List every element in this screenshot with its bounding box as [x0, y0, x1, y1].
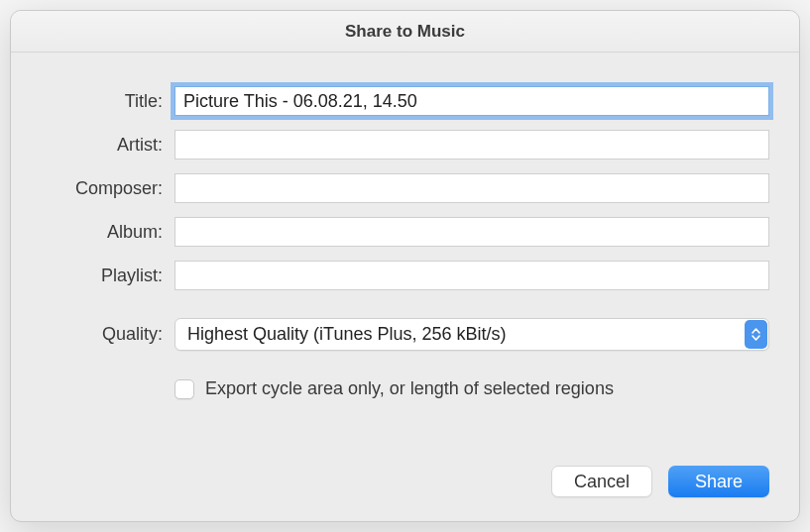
- cancel-button[interactable]: Cancel: [551, 466, 652, 497]
- composer-input[interactable]: [174, 173, 769, 203]
- artist-input[interactable]: [174, 130, 769, 160]
- quality-select[interactable]: Highest Quality (iTunes Plus, 256 kBit/s…: [174, 318, 769, 351]
- row-album: Album:: [41, 217, 769, 247]
- playlist-label: Playlist:: [41, 266, 174, 286]
- composer-label: Composer:: [41, 178, 174, 199]
- title-input[interactable]: [174, 86, 769, 116]
- album-label: Album:: [41, 222, 174, 243]
- export-cycle-label: Export cycle area only, or length of sel…: [205, 378, 614, 399]
- titlebar: Share to Music: [11, 11, 799, 53]
- title-label: Title:: [41, 91, 174, 112]
- quality-label: Quality:: [41, 324, 174, 345]
- row-title: Title:: [41, 86, 769, 116]
- quality-select-wrapper: Highest Quality (iTunes Plus, 256 kBit/s…: [174, 318, 769, 351]
- row-playlist: Playlist:: [41, 261, 769, 290]
- share-button[interactable]: Share: [668, 466, 769, 497]
- dialog-window: Share to Music Title: Artist: Composer: …: [10, 10, 800, 522]
- button-row: Cancel Share: [41, 436, 769, 497]
- window-title: Share to Music: [345, 22, 465, 42]
- artist-label: Artist:: [41, 135, 174, 156]
- playlist-input[interactable]: [174, 261, 769, 290]
- row-quality: Quality: Highest Quality (iTunes Plus, 2…: [41, 318, 769, 351]
- row-artist: Artist:: [41, 130, 769, 160]
- quality-select-value: Highest Quality (iTunes Plus, 256 kBit/s…: [187, 324, 506, 345]
- export-cycle-checkbox[interactable]: [174, 379, 194, 399]
- dialog-content: Title: Artist: Composer: Album: Playlist…: [11, 53, 799, 521]
- album-input[interactable]: [174, 217, 769, 247]
- row-composer: Composer:: [41, 173, 769, 203]
- row-export-checkbox: Export cycle area only, or length of sel…: [174, 378, 769, 399]
